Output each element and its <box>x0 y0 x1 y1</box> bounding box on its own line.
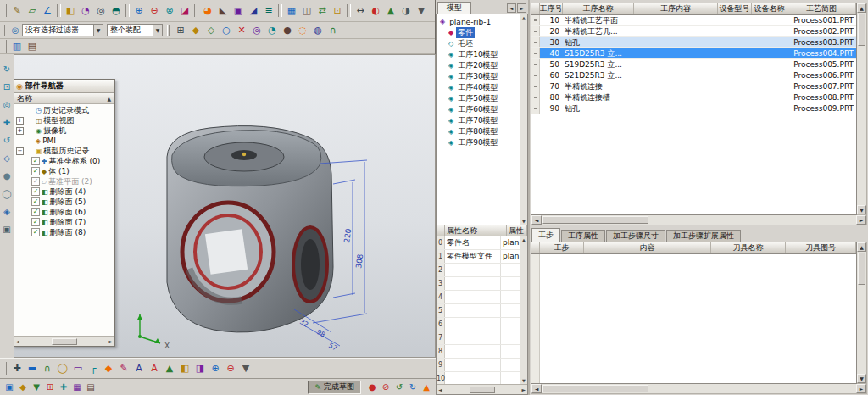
scrollbar-thumb[interactable] <box>542 385 648 392</box>
row-marker[interactable] <box>531 92 540 103</box>
toolbar-grip[interactable] <box>3 25 5 36</box>
process-row[interactable]: 40 S15D25R3 立... Process004.PRT <box>531 48 856 59</box>
row-marker[interactable] <box>531 37 540 47</box>
process-name-cell[interactable]: S21D25R3 立... <box>563 70 634 81</box>
model-views-item[interactable]: + ◫ 模型视图 <box>14 115 114 125</box>
attribute-row[interactable]: 3 <box>437 277 520 291</box>
more-commands-icon[interactable]: ▼ <box>414 3 429 19</box>
finish-sketch-button[interactable]: ✎ 完成草图 <box>308 381 361 394</box>
navigator-hscrollbar[interactable]: ◄ ► <box>14 336 114 346</box>
feature-checkbox[interactable]: ✓ <box>31 177 40 186</box>
graphics-viewport[interactable]: 220 308 32 98 57 X ◉ <box>14 54 436 358</box>
attribute-row[interactable]: 9 <box>437 359 520 372</box>
spline-icon[interactable]: ✎ <box>116 361 131 376</box>
process-name-cell[interactable]: S15D25R3 立... <box>563 48 634 58</box>
scrollbar-thumb[interactable] <box>52 338 77 345</box>
process-no-cell[interactable]: 80 <box>540 92 563 103</box>
device-name-cell[interactable] <box>752 103 787 114</box>
point-on-surface-icon[interactable]: ◍ <box>310 23 326 38</box>
process-diagram-cell[interactable]: Process004.PRT <box>787 48 856 58</box>
draft-icon[interactable]: ◢ <box>246 3 261 19</box>
process-diagram-cell[interactable]: Process001.PRT <box>787 15 856 25</box>
perspective-view-icon[interactable]: ◇ <box>1 152 13 164</box>
datum-plane-item[interactable]: ✓ ▱ 基准平面 (2) <box>14 176 114 186</box>
process-row[interactable]: 10 半精铣工艺平面 Process001.PRT <box>531 15 856 26</box>
toolbar-grip[interactable] <box>167 25 170 36</box>
unite-icon[interactable]: ⊕ <box>131 3 147 19</box>
tangent-point-icon[interactable]: ∩ <box>326 23 341 38</box>
boss-icon[interactable]: ◓ <box>108 3 124 19</box>
process-no-cell[interactable]: 60 <box>540 70 563 81</box>
col-header-tool-drawing-no[interactable]: 刀具图号 <box>786 242 856 253</box>
tree-item-process-90[interactable]: ◈ 工序90模型 <box>437 137 520 148</box>
intersect-icon[interactable]: ⊗ <box>162 3 177 19</box>
process-name-cell[interactable]: 半精铣连接 <box>563 81 634 92</box>
process-name-cell[interactable]: 半精铣工艺平面 <box>563 15 634 25</box>
feature-checkbox[interactable]: ✓ <box>31 198 40 206</box>
process-content-cell[interactable] <box>634 48 718 58</box>
delete-face-7-item[interactable]: ✓ ◧ 删除面 (7) <box>14 217 114 227</box>
scroll-left-icon[interactable]: ◄ <box>531 215 542 225</box>
attribute-row[interactable]: 7 <box>437 331 520 345</box>
scroll-down-icon[interactable]: ▼ <box>522 378 526 383</box>
expander-icon[interactable]: + <box>16 127 24 135</box>
process-no-cell[interactable]: 70 <box>540 81 563 92</box>
attribute-value-cell[interactable] <box>501 345 520 358</box>
selection-filter-dropdown[interactable]: 没有选择过滤器 ▼ <box>22 24 103 36</box>
tree-item-process-70[interactable]: ◈ 工序70模型 <box>437 115 520 126</box>
process-name-cell[interactable]: 半精铣连接槽 <box>563 92 634 103</box>
expander-icon[interactable]: − <box>16 147 24 155</box>
selection-icon[interactable]: ◆ <box>16 381 30 394</box>
device-model-cell[interactable] <box>718 15 752 25</box>
row-marker[interactable] <box>531 26 540 36</box>
col-header-process-content[interactable]: 工序内容 <box>634 3 718 14</box>
process-content-cell[interactable] <box>634 15 718 25</box>
process-table-vscrollbar[interactable]: ▲ ▼ <box>857 3 867 215</box>
device-name-cell[interactable] <box>752 37 787 47</box>
delete-face-4-item[interactable]: ✓ ◧ 删除面 (4) <box>14 186 114 197</box>
device-model-cell[interactable] <box>718 81 752 92</box>
boolean-unite-icon[interactable]: ⊕ <box>208 361 223 376</box>
process-diagram-cell[interactable]: Process005.PRT <box>787 59 856 70</box>
scroll-down-icon[interactable]: ▼ <box>522 219 526 224</box>
alert-icon[interactable]: ▲ <box>420 381 433 394</box>
row-marker[interactable] <box>531 15 540 25</box>
sort-ascending-icon[interactable]: ▲ <box>107 96 111 102</box>
tab-model[interactable]: 模型 <box>437 2 471 14</box>
device-model-cell[interactable] <box>718 59 752 70</box>
datum-csys-item[interactable]: ✓ ✚ 基准坐标系 (0) <box>14 156 114 166</box>
scroll-right-icon[interactable]: ► <box>856 384 866 393</box>
device-model-cell[interactable] <box>718 48 752 58</box>
device-name-cell[interactable] <box>752 26 787 36</box>
edge-blend-icon[interactable]: ◕ <box>200 3 215 19</box>
attribute-name-cell[interactable] <box>445 331 501 344</box>
line-icon[interactable]: ▬ <box>25 361 40 376</box>
device-model-cell[interactable] <box>718 92 752 103</box>
wireframe-view-icon[interactable]: ◯ <box>1 187 13 199</box>
scrollbar-thumb[interactable] <box>858 14 865 46</box>
snapshot-icon[interactable]: ▣ <box>1 223 13 235</box>
feature-checkbox[interactable]: ✓ <box>31 167 40 175</box>
feature-checkbox[interactable]: ✓ <box>31 187 40 196</box>
edit-section-icon[interactable]: ▲ <box>383 3 398 19</box>
attribute-value-cell[interactable] <box>501 264 520 276</box>
intersection-point-icon[interactable]: ✕ <box>234 23 249 38</box>
end-point-icon[interactable]: ◆ <box>188 23 203 38</box>
history-mode-item[interactable]: ◷ 历史记录模式 <box>14 105 114 115</box>
feature-checkbox[interactable]: ✓ <box>31 208 40 216</box>
rotate-view-icon[interactable]: ↺ <box>1 134 13 146</box>
extrude-body-icon[interactable]: ◧ <box>177 361 192 376</box>
tree-item-part[interactable]: ◆ 零件 <box>437 27 520 38</box>
process-row[interactable]: 90 钻孔 Process009.PRT <box>531 103 856 114</box>
tree-scrollbar[interactable]: ▲ ▼ <box>520 14 527 225</box>
attribute-value-cell[interactable] <box>501 304 520 317</box>
delete-face-5-item[interactable]: ✓ ◧ 删除面 (5) <box>14 197 114 207</box>
process-row[interactable]: 80 半精铣连接槽 Process008.PRT <box>531 92 856 103</box>
process-no-cell[interactable]: 10 <box>540 15 563 25</box>
hole-icon[interactable]: ◎ <box>93 3 108 19</box>
dropdown-arrow-icon[interactable]: ▼ <box>153 25 162 36</box>
mirror-feature-icon[interactable]: ◫ <box>299 3 314 19</box>
attribute-row[interactable]: 6 <box>437 318 520 331</box>
attribute-value-cell[interactable]: plan <box>501 250 520 263</box>
scroll-right-icon[interactable]: ► <box>856 215 866 225</box>
